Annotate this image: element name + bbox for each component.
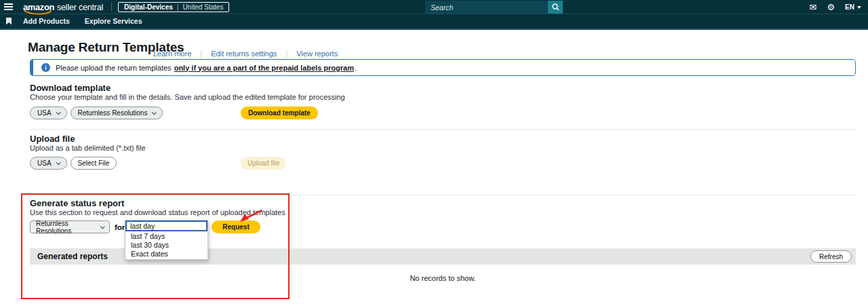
logo-divider (111, 3, 112, 11)
info-icon: i (41, 63, 50, 72)
status-template-value: Returnless Resolutions (36, 220, 100, 235)
nav-explore-services[interactable]: Explore Services (85, 17, 142, 25)
option-last-day[interactable]: last day (125, 221, 208, 231)
chevron-down-icon (152, 110, 157, 115)
download-controls: USA Returnless Resolutions (30, 107, 163, 119)
mail-icon[interactable]: ✉ (810, 3, 817, 12)
status-template-dropdown[interactable]: Returnless Resolutions (30, 221, 110, 233)
topbar-row-primary: amazon seller central Digital-Devices | … (0, 0, 868, 14)
language-selector[interactable]: EN (845, 3, 861, 11)
amazon-smile-icon (24, 10, 52, 15)
seller-central-logo[interactable]: amazon seller central (23, 2, 103, 12)
option-exact-dates[interactable]: Exact dates (125, 249, 208, 258)
select-file-label: Select File (78, 159, 110, 167)
generated-reports-heading: Generated reports (37, 252, 108, 261)
page-content: Manage Return Templates Learn more | Edi… (0, 30, 868, 306)
info-banner: i Please upload the return templates onl… (30, 59, 856, 76)
account-name: Digital-Devices (124, 3, 173, 11)
select-file-button[interactable]: Select File (71, 157, 117, 170)
banner-text: Please upload the return templates only … (56, 64, 357, 72)
chevron-down-icon (100, 224, 105, 229)
option-last-30-days[interactable]: last 30 days (125, 240, 208, 249)
upload-file-heading: Upload file (30, 134, 75, 144)
logo-suffix-text: seller central (57, 3, 103, 12)
empty-state-text: No records to show. (30, 274, 856, 282)
download-template-button[interactable]: Download template (241, 107, 318, 119)
search-button[interactable] (548, 1, 563, 14)
upload-country-value: USA (37, 159, 52, 167)
download-template-value: Returnless Resolutions (78, 109, 148, 117)
gear-icon[interactable]: ⚙ (827, 3, 835, 12)
page-header-links: Learn more | Edit returns settings | Vie… (153, 50, 338, 58)
banner-emphasis: only if you are a part of the prepaid la… (174, 64, 354, 72)
bookmark-icon[interactable] (6, 18, 12, 25)
learn-more-link[interactable]: Learn more (153, 50, 191, 58)
download-country-dropdown[interactable]: USA (30, 107, 67, 119)
chevron-down-icon (56, 110, 60, 115)
caret-down-icon (857, 6, 861, 9)
link-separator: | (285, 50, 288, 58)
nav-add-products[interactable]: Add Products (23, 17, 70, 25)
search-icon (552, 3, 559, 11)
section-divider (30, 129, 856, 130)
global-search (425, 1, 563, 14)
search-input[interactable] (425, 1, 548, 14)
for-label: for (115, 223, 125, 231)
top-navigation-bar: amazon seller central Digital-Devices | … (0, 0, 868, 30)
marketplace-name: United States (182, 3, 223, 11)
upload-controls: USA Select File (30, 157, 117, 170)
topbar-utilities: ✉ ⚙ EN (810, 0, 861, 14)
upload-file-description: Upload as a tab delimited (*.txt) file (30, 144, 146, 152)
language-label: EN (845, 3, 854, 11)
section-divider (30, 195, 856, 195)
chevron-down-icon (56, 160, 60, 165)
hamburger-icon (4, 3, 13, 10)
generate-status-report-description: Use this section to request and download… (30, 208, 285, 216)
view-reports-link[interactable]: View reports (296, 50, 338, 58)
option-last-7-days[interactable]: last 7 days (125, 231, 208, 240)
app-root: amazon seller central Digital-Devices | … (0, 0, 868, 306)
hamburger-menu-button[interactable] (0, 3, 16, 10)
date-range-dropdown-open: last day last 7 days last 30 days Exact … (125, 220, 208, 260)
download-template-heading: Download template (30, 83, 111, 93)
download-country-value: USA (37, 109, 52, 117)
account-switcher[interactable]: Digital-Devices | United States (118, 2, 229, 12)
link-separator: | (200, 50, 202, 58)
download-template-dropdown[interactable]: Returnless Resolutions (71, 107, 163, 119)
upload-file-button[interactable]: Upload file (241, 157, 286, 170)
download-template-description: Choose your template and fill in the det… (30, 93, 345, 101)
refresh-button[interactable]: Refresh (810, 250, 852, 263)
generate-status-report-heading: Generate status report (30, 198, 124, 208)
edit-returns-settings-link[interactable]: Edit returns settings (211, 50, 277, 58)
request-button[interactable]: Request (212, 221, 260, 233)
account-separator: | (177, 3, 179, 11)
topbar-row-secondary: Add Products Explore Services (0, 14, 868, 28)
upload-country-dropdown[interactable]: USA (30, 157, 67, 170)
